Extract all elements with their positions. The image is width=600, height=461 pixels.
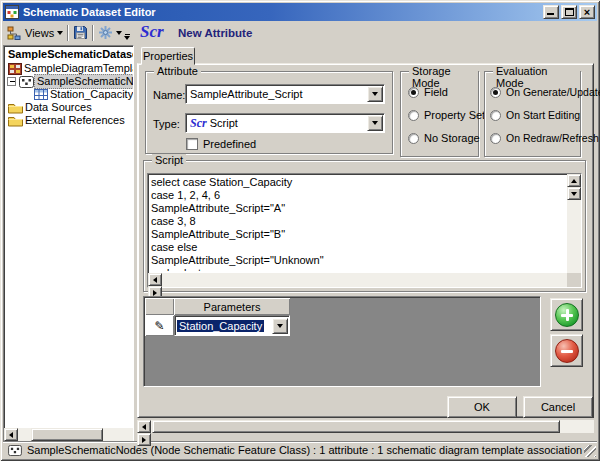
tab-label: Properties <box>143 50 193 62</box>
minimize-icon <box>547 13 554 15</box>
tree-item-data-sources[interactable]: Data Sources <box>8 101 94 114</box>
radio-icon <box>490 133 501 144</box>
script-type-glyph: Scr <box>190 116 207 130</box>
scrollbar-thumb[interactable] <box>31 428 103 441</box>
radio-label: No Storage <box>424 132 480 144</box>
ok-button[interactable]: OK <box>447 396 517 418</box>
radio-icon <box>490 110 501 121</box>
tree-item-dataset-root[interactable]: SampleSchematicDataset <box>6 48 134 61</box>
radio-no-storage[interactable]: No Storage <box>408 132 480 144</box>
arrow-right-icon <box>153 290 157 296</box>
dropdown-button[interactable] <box>272 318 288 334</box>
name-value: SampleAttribute_Script <box>186 88 367 100</box>
parameter-combobox[interactable]: Station_Capacity <box>174 315 290 336</box>
status-bar: SampleSchematicNodes (Node Schematic Fea… <box>3 441 597 458</box>
plus-icon <box>555 303 579 327</box>
remove-parameter-button[interactable] <box>550 334 583 367</box>
toolbar-overflow-button[interactable] <box>121 31 133 43</box>
radio-label: On Redraw/Refresh <box>506 132 599 144</box>
window-title: Schematic Dataset Editor <box>23 6 541 18</box>
views-dropdown-button[interactable]: Views <box>5 23 65 43</box>
radio-icon <box>490 87 501 98</box>
diagram-template-icon <box>8 63 22 75</box>
toolbar-separator <box>92 25 94 41</box>
parameters-column-header[interactable]: Parameters <box>174 298 290 315</box>
schematic-dataset-editor-window: Schematic Dataset Editor × Views <box>0 0 600 461</box>
tree-item-label: Station_Capacity <box>48 88 134 101</box>
type-value: Script <box>210 117 238 129</box>
tab-properties[interactable]: Properties <box>141 47 195 65</box>
dropdown-button[interactable] <box>367 115 383 131</box>
status-text: SampleSchematicNodes (Node Schematic Fea… <box>27 444 582 456</box>
attribute-group: Attribute Name: SampleAttribute_Script T… <box>145 71 393 154</box>
type-combobox[interactable]: Scr Script <box>185 113 385 133</box>
scroll-right-button[interactable] <box>137 433 151 446</box>
save-icon <box>73 25 88 40</box>
radio-on-start-editing[interactable]: On Start Editing <box>490 109 580 121</box>
toolbar: Views <box>3 21 136 44</box>
chevron-down-icon <box>372 121 378 125</box>
scroll-left-button[interactable] <box>148 273 162 286</box>
scroll-down-button[interactable] <box>567 187 581 200</box>
close-icon: × <box>580 5 594 19</box>
dropdown-button[interactable] <box>367 86 383 102</box>
row-indicator-cell: ✎ <box>145 315 174 336</box>
collapse-icon[interactable] <box>7 77 16 86</box>
tree-item-station-capacity[interactable]: Station_Capacity <box>34 88 134 101</box>
tree-item-schematic-nodes[interactable]: SampleSchematicNodes <box>7 75 134 88</box>
cancel-button[interactable]: Cancel <box>523 396 593 418</box>
predefined-checkbox-row[interactable]: Predefined <box>186 138 256 150</box>
scroll-left-button[interactable] <box>137 420 151 433</box>
scroll-up-button[interactable] <box>567 174 581 187</box>
views-tree-icon <box>7 26 22 40</box>
script-code[interactable]: select case Station_Capacity case 1, 2, … <box>151 176 565 271</box>
tree-item-label: External References <box>23 114 127 127</box>
tree-item-label: Data Sources <box>23 101 94 114</box>
radio-icon <box>408 110 419 121</box>
script-editor[interactable]: select case Station_Capacity case 1, 2, … <box>147 173 582 288</box>
name-combobox[interactable]: SampleAttribute_Script <box>185 84 385 104</box>
edit-pencil-icon: ✎ <box>154 319 164 333</box>
tree-item-external-references[interactable]: External References <box>8 114 127 127</box>
arrow-down-icon <box>571 192 577 196</box>
folder-icon <box>8 102 23 114</box>
arrow-left-icon <box>142 424 146 430</box>
script-vertical-scrollbar[interactable] <box>567 174 581 273</box>
maximize-button[interactable] <box>561 5 577 19</box>
parameters-grid: Parameters ✎ Station_Capacity <box>143 296 541 387</box>
radio-property-set[interactable]: Property Set <box>408 109 485 121</box>
radio-on-generate-update[interactable]: On Generate/Update <box>490 86 600 98</box>
save-button[interactable] <box>71 23 90 43</box>
app-icon <box>5 5 19 19</box>
title-bar[interactable]: Schematic Dataset Editor × <box>3 3 597 21</box>
chevron-down-icon <box>57 31 63 35</box>
tree-horizontal-scrollbar[interactable] <box>4 428 133 441</box>
scrollbar-thumb[interactable] <box>152 420 560 433</box>
chevron-down-icon <box>372 92 378 96</box>
schematic-rules-dropdown-button[interactable] <box>96 23 124 43</box>
panel-horizontal-scrollbar[interactable] <box>137 420 594 433</box>
script-horizontal-scrollbar[interactable] <box>148 273 567 287</box>
cancel-label: Cancel <box>541 401 575 413</box>
radio-label: On Generate/Update <box>506 86 600 98</box>
tree-item-label: SampleSchematicNodes <box>34 74 134 89</box>
radio-icon <box>408 133 419 144</box>
predefined-checkbox[interactable] <box>186 138 198 150</box>
asterisk-icon <box>98 25 113 40</box>
minimize-button[interactable] <box>543 5 559 19</box>
radio-label: On Start Editing <box>506 109 580 121</box>
radio-on-redraw-refresh[interactable]: On Redraw/Refresh <box>490 132 599 144</box>
radio-field[interactable]: Field <box>408 86 448 98</box>
minus-glyph <box>10 81 15 82</box>
add-parameter-button[interactable] <box>550 298 583 331</box>
resize-grip[interactable] <box>584 445 596 457</box>
storage-mode-group: Storage Mode Field Property Set No Stora… <box>400 71 479 157</box>
script-group-legend: Script <box>152 154 186 166</box>
table-icon <box>34 89 48 100</box>
maximize-icon <box>565 8 574 16</box>
dataset-tree: SampleSchematicDataset SampleDiagramTemp… <box>3 45 134 442</box>
close-button[interactable]: × <box>579 5 595 19</box>
grid-corner-header <box>145 298 174 315</box>
scroll-left-button[interactable] <box>4 428 18 441</box>
parameter-value: Station_Capacity <box>177 320 264 332</box>
